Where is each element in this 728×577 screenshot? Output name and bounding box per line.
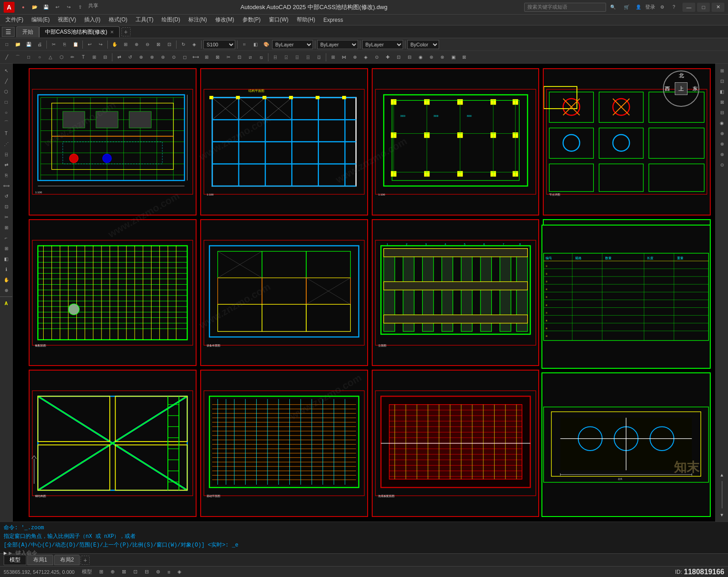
tb-zoom-all[interactable]: ⊠ [153,40,163,50]
tb-snap4[interactable]: ◈ [361,52,371,62]
menu-dim[interactable]: 标注(N) [185,15,211,25]
lp-extend[interactable]: ⊞ [1,222,11,232]
tb-dim3[interactable]: ⌹ [292,52,302,62]
menu-window[interactable]: 窗口(W) [265,15,292,25]
tb-mod14[interactable]: ⧅ [256,52,266,62]
tb-snap12[interactable]: ▣ [448,52,458,62]
tb-new[interactable]: □ [2,40,12,50]
tb-mod4[interactable]: ⊗ [147,52,157,62]
rp-btn4[interactable]: ⊠ [717,97,727,107]
menu-tools[interactable]: 工具(T) [132,15,157,25]
tb-snap11[interactable]: ⊗ [437,52,447,62]
tb-dim1[interactable]: ⌸ [270,52,280,62]
menu-view[interactable]: 视图(V) [54,15,80,25]
save-btn[interactable]: 💾 [41,2,51,12]
tb-zoom-ext[interactable]: ⊡ [164,40,174,50]
lp-poly[interactable]: ⬡ [1,86,11,96]
tb-snap2[interactable]: ⋈ [339,52,349,62]
menu-file[interactable]: 文件(F) [2,15,27,25]
tb-zoom-in[interactable]: ⊕ [131,40,142,50]
rp-btn10[interactable]: ⊙ [717,160,727,170]
drawing-view-7[interactable]: 1 2 3 4 5 6 7 8 立面图 [372,219,540,366]
rp-btn3[interactable]: ◧ [717,86,727,96]
cart-icon[interactable]: 🛒 [622,2,632,12]
drawing-view-2[interactable]: 结构平面图 1:100 [200,68,368,216]
tb-save[interactable]: 💾 [24,40,34,50]
lp-trim[interactable]: ✂ [1,212,11,222]
tb-snap8[interactable]: ⊟ [404,52,415,62]
tb-snap5[interactable]: ⊙ [372,52,382,62]
tb-cut[interactable]: ✂ [49,40,59,50]
tb-dim4[interactable]: ⌻ [303,52,313,62]
menu-help[interactable]: 帮助(H) [293,15,319,25]
tb-mod3[interactable]: ⊕ [136,52,146,62]
lp-select[interactable]: ↖ [1,65,11,75]
tb-draw4[interactable]: ○ [35,52,45,62]
tb-mod7[interactable]: ◻ [180,52,190,62]
tb-draw7[interactable]: ✏ [67,52,77,62]
lp-layer2[interactable]: ◧ [1,254,11,264]
tb-zoom-out[interactable]: ⊖ [142,40,152,50]
tab-model[interactable]: 模型 [4,555,26,565]
menu-express[interactable]: Express [320,16,347,24]
lp-zoom2[interactable]: ⊕ [1,285,11,295]
lp-pan2[interactable]: ✋ [1,275,11,285]
lp-array[interactable]: ⊞ [1,243,11,253]
lp-a[interactable]: A [1,298,11,308]
lp-circle[interactable]: ○ [1,107,11,117]
redo-btn[interactable]: ↪ [64,2,74,12]
layer-select[interactable]: ByLayer [272,40,313,49]
tb-snap13[interactable]: ⊠ [459,52,469,62]
tb-mod5[interactable]: ⊛ [158,52,168,62]
new-btn[interactable]: ● [18,2,28,12]
tb-snap6[interactable]: ✚ [383,52,393,62]
tb-mod11[interactable]: ✂ [223,52,233,62]
lp-fillet[interactable]: ⌐ [1,233,11,243]
tb-mod1[interactable]: ⇄ [114,52,124,62]
tb-snap10[interactable]: ⊛ [426,52,436,62]
tb-draw8[interactable]: T [78,52,88,62]
search-box[interactable]: 搜索关键字或短语 [524,3,606,12]
tb-open[interactable]: 📁 [13,40,23,50]
lp-text[interactable]: T [1,128,11,138]
linetype-select[interactable]: ByLayer [317,40,358,49]
tb-orbit[interactable]: ↻ [178,40,188,50]
tab-layout1[interactable]: 布局1 [27,555,53,565]
tb-layer[interactable]: ◧ [250,40,260,50]
login-btn[interactable]: 登录 [645,4,655,10]
undo-btn[interactable]: ↩ [52,2,62,12]
menu-modify[interactable]: 修改(M) [212,15,238,25]
tb-draw3[interactable]: □ [24,52,34,62]
user-icon[interactable]: 👤 [633,2,643,12]
tb-snap7[interactable]: ⊡ [394,52,404,62]
lp-hatch[interactable]: ⋰ [1,139,11,149]
tb-draw10[interactable]: ⊟ [100,52,110,62]
lineweight-select[interactable]: ByLayer [362,40,403,49]
color-select[interactable]: ByColor [407,40,439,49]
drawing-view-6[interactable]: 设备布置图 [200,219,368,366]
tb-redo2[interactable]: ↪ [96,40,106,50]
tb-snap9[interactable]: ◉ [415,52,425,62]
tab-add-btn[interactable]: + [121,27,131,36]
rp-btn2[interactable]: ⊡ [717,76,727,86]
drawing-view-11[interactable]: 池底板配筋图 [372,370,540,517]
tb-dim2[interactable]: ⌺ [281,52,291,62]
tb-draw1[interactable]: ╱ [2,52,12,62]
lp-copy2[interactable]: ⎘ [1,170,11,180]
polar-icon[interactable]: ⊡ [133,569,137,575]
menu-param[interactable]: 参数(P) [239,15,264,25]
snap-icon[interactable]: ⊕ [111,569,115,575]
rp-scroll-down[interactable]: ▼ [717,510,727,520]
lineweight-icon[interactable]: ≡ [167,569,170,575]
drawing-schedule-top[interactable]: 编号 规格 数量 长度 重量 ① ② ③ ④ ⑤ ⑥ ⑦ ⑧ ⑨ ⑩ [541,225,711,369]
lp-scale2[interactable]: ⊡ [1,201,11,211]
menu-draw[interactable]: 绘图(D) [158,15,184,25]
tb-mod13[interactable]: ⧄ [245,52,255,62]
close-btn[interactable]: ✕ [712,3,724,12]
tb-paste[interactable]: 📋 [71,40,81,50]
menu-edit[interactable]: 编辑(E) [28,15,53,25]
tb-zoom-window[interactable]: ⊞ [121,40,131,50]
tab-start[interactable]: 开始 [16,26,39,37]
tb-draw9[interactable]: ⊞ [89,52,99,62]
tb-mod12[interactable]: ⊡ [234,52,244,62]
